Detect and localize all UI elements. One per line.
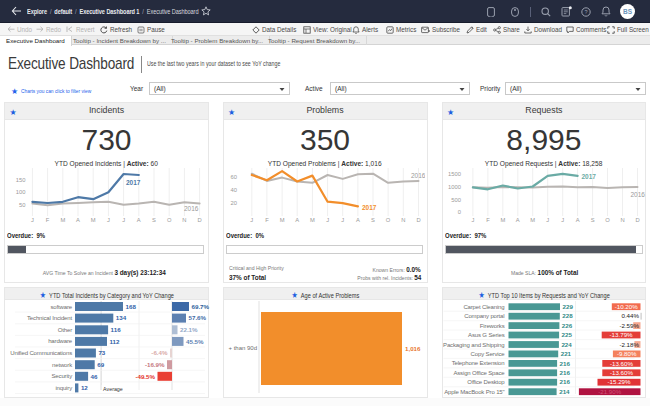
svg-text:-2.59%: -2.59% <box>619 322 639 329</box>
svg-text:-21.90%: -21.90% <box>598 388 622 395</box>
svg-text:D: D <box>198 217 202 223</box>
svg-text:Average: Average <box>103 386 123 392</box>
svg-text:M: M <box>280 217 285 223</box>
svg-text:N: N <box>182 217 186 223</box>
svg-text:F: F <box>486 217 490 223</box>
svg-text:Asus G Series: Asus G Series <box>468 332 505 338</box>
svg-text:2017: 2017 <box>126 179 141 186</box>
svg-text:S: S <box>152 217 156 223</box>
svg-text:221: 221 <box>560 350 571 357</box>
svg-text:-9.80%: -9.80% <box>616 350 636 357</box>
svg-text:+ than 90d: + than 90d <box>228 345 257 351</box>
svg-text:20: 20 <box>231 200 237 206</box>
svg-text:hardware: hardware <box>48 338 73 344</box>
svg-text:500: 500 <box>451 197 461 203</box>
svg-text:-6.4%: -6.4% <box>151 349 168 356</box>
svg-text:1000: 1000 <box>448 184 461 190</box>
svg-text:112: 112 <box>110 338 121 345</box>
svg-text:J: J <box>546 217 549 223</box>
svg-text:-15.29%: -15.29% <box>607 378 631 385</box>
svg-text:2017: 2017 <box>581 173 596 180</box>
svg-text:J: J <box>122 217 125 223</box>
svg-text:12: 12 <box>81 384 88 391</box>
svg-text:226: 226 <box>561 322 572 329</box>
svg-text:M: M <box>91 217 96 223</box>
svg-text:22.1%: 22.1% <box>180 326 198 333</box>
svg-text:M: M <box>530 217 535 223</box>
svg-text:?: ? <box>584 9 587 15</box>
svg-text:Security: Security <box>52 373 73 379</box>
svg-text:168: 168 <box>126 303 137 310</box>
svg-text:J: J <box>107 217 110 223</box>
svg-text:J: J <box>561 217 564 223</box>
svg-text:-10.20%: -10.20% <box>614 303 638 310</box>
svg-text:Office Desktop: Office Desktop <box>467 379 505 385</box>
svg-text:1500: 1500 <box>448 171 461 177</box>
svg-text:2017: 2017 <box>362 204 377 211</box>
svg-text:Company portal: Company portal <box>464 313 504 319</box>
svg-text:Assign Office Space: Assign Office Space <box>453 370 505 376</box>
svg-text:150: 150 <box>16 177 26 183</box>
svg-text:D: D <box>635 217 639 223</box>
svg-text:O: O <box>605 217 610 223</box>
svg-text:2016: 2016 <box>411 172 425 179</box>
svg-text:network: network <box>52 362 73 368</box>
svg-text:Unified Communications: Unified Communications <box>10 350 72 356</box>
svg-text:216: 216 <box>559 360 570 367</box>
svg-text:M: M <box>500 217 505 223</box>
svg-text:40: 40 <box>231 187 237 193</box>
svg-text:224: 224 <box>561 341 572 348</box>
svg-text:134: 134 <box>116 314 127 321</box>
svg-text:Packaging and Shipping: Packaging and Shipping <box>443 342 504 348</box>
svg-text:S: S <box>590 217 594 223</box>
svg-text:1,016: 1,016 <box>405 345 421 352</box>
svg-text:2016: 2016 <box>184 205 199 212</box>
svg-text:Carpet Cleaning: Carpet Cleaning <box>463 304 504 310</box>
svg-text:M: M <box>60 217 65 223</box>
svg-text:Telephone Extension: Telephone Extension <box>451 360 504 366</box>
svg-text:F: F <box>265 217 269 223</box>
svg-text:69: 69 <box>97 361 104 368</box>
svg-text:-16.9%: -16.9% <box>145 361 165 368</box>
svg-text:O: O <box>386 217 391 223</box>
svg-text:O: O <box>167 217 172 223</box>
svg-text:J: J <box>471 217 474 223</box>
svg-text:214: 214 <box>559 388 570 395</box>
svg-text:225: 225 <box>561 331 572 338</box>
svg-text:M: M <box>310 217 315 223</box>
svg-text:Technical Incident: Technical Incident <box>27 315 72 321</box>
svg-text:-13.60%: -13.60% <box>609 369 633 376</box>
svg-text:inquiry: inquiry <box>55 385 72 391</box>
svg-text:0.44%: 0.44% <box>621 312 639 319</box>
svg-text:45.5%: 45.5% <box>186 338 204 345</box>
svg-text:N: N <box>620 217 624 223</box>
svg-text:A: A <box>76 217 80 223</box>
svg-text:229: 229 <box>562 303 573 310</box>
svg-text:A: A <box>575 217 579 223</box>
svg-text:A: A <box>515 217 519 223</box>
svg-text:57.6%: 57.6% <box>189 314 207 321</box>
svg-text:46: 46 <box>91 373 98 380</box>
svg-text:-13.79%: -13.79% <box>609 331 633 338</box>
svg-text:Other: Other <box>58 327 72 333</box>
svg-text:216: 216 <box>559 378 570 385</box>
svg-text:Copy Service: Copy Service <box>470 351 505 357</box>
svg-text:N: N <box>401 217 405 223</box>
svg-text:J: J <box>250 217 253 223</box>
svg-text:F: F <box>46 217 50 223</box>
svg-text:-49.5%: -49.5% <box>135 373 155 380</box>
svg-text:A: A <box>295 217 299 223</box>
svg-text:69.7%: 69.7% <box>192 303 210 310</box>
svg-text:J: J <box>326 217 329 223</box>
svg-text:0: 0 <box>457 209 460 215</box>
svg-text:S: S <box>371 217 375 223</box>
svg-text:228: 228 <box>562 312 573 319</box>
svg-text:116: 116 <box>111 326 122 333</box>
svg-text:software: software <box>51 304 73 310</box>
svg-text:2016: 2016 <box>630 191 645 198</box>
svg-text:73: 73 <box>98 349 105 356</box>
svg-text:J: J <box>31 217 34 223</box>
svg-text:J: J <box>341 217 344 223</box>
svg-text:100: 100 <box>16 189 26 195</box>
svg-text:-13.60%: -13.60% <box>609 360 633 367</box>
